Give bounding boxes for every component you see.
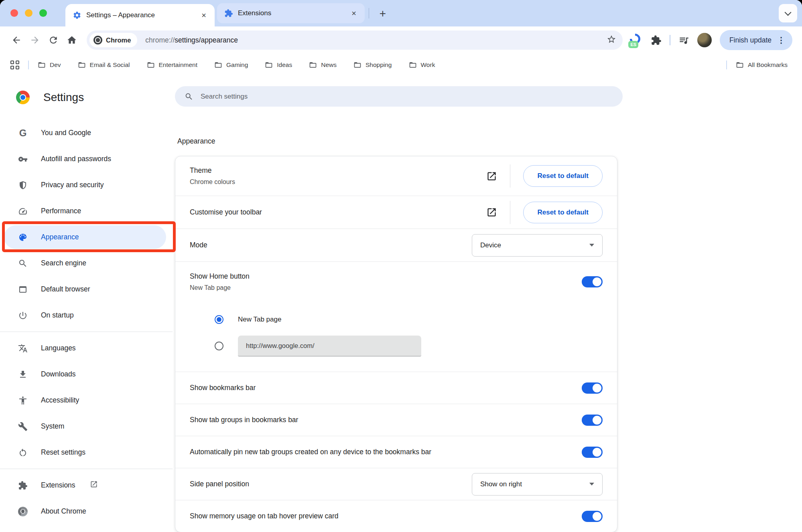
sidebar-item-label: Autofill and passwords <box>41 155 111 163</box>
side-panel-dropdown[interactable]: Show on right <box>472 473 603 496</box>
sidebar-item-appearance[interactable]: Appearance <box>0 224 173 250</box>
search-icon <box>18 259 28 268</box>
sidebar-item-performance[interactable]: Performance <box>0 198 173 224</box>
sidebar-item-search-engine[interactable]: Search engine <box>0 250 173 276</box>
extension-es-icon[interactable]: ES <box>628 33 643 47</box>
mode-value: Device <box>480 241 501 249</box>
google-g-icon: G <box>19 128 27 138</box>
side-panel-value: Show on right <box>480 480 522 488</box>
sidebar-divider <box>0 469 173 469</box>
tab-title: Settings – Appearance <box>86 11 194 19</box>
sidebar-item-languages[interactable]: Languages <box>0 335 173 361</box>
address-bar[interactable]: Chrome chrome://settings/appearance <box>87 30 623 50</box>
tab-settings-appearance[interactable]: Settings – Appearance × <box>65 4 215 26</box>
bookmark-folder-entertainment[interactable]: Entertainment <box>147 61 198 69</box>
bookmark-folder-news[interactable]: News <box>309 61 337 69</box>
close-tab-icon[interactable]: × <box>349 8 359 18</box>
sidebar-item-label: About Chrome <box>41 507 86 516</box>
mode-dropdown[interactable]: Device <box>472 234 603 257</box>
sidebar-item-label: Search engine <box>41 259 86 267</box>
sidebar-item-label: Performance <box>41 207 81 215</box>
sidebar-item-system[interactable]: System <box>0 413 173 439</box>
close-window-button[interactable] <box>10 9 18 17</box>
tab-extensions[interactable]: Extensions × <box>217 3 365 23</box>
reset-toolbar-button[interactable]: Reset to default <box>523 202 603 223</box>
bookmark-folder-dev[interactable]: Dev <box>38 61 61 69</box>
bookmark-star-icon[interactable] <box>607 34 616 46</box>
speedometer-icon <box>18 206 28 216</box>
sidebar-item-about-chrome[interactable]: About Chrome <box>0 498 173 524</box>
custom-url-radio[interactable] <box>215 342 223 350</box>
sidebar-item-label: Downloads <box>41 370 76 378</box>
sidebar-item-on-startup[interactable]: On startup <box>0 302 173 328</box>
all-bookmarks-button[interactable]: All Bookmarks <box>736 61 788 69</box>
search-settings-input[interactable] <box>200 92 613 101</box>
settings-sidebar: Settings GYou and Google Autofill and pa… <box>0 76 173 532</box>
zoom-window-button[interactable] <box>39 9 47 17</box>
theme-row[interactable]: Theme Chrome colours Reset to default <box>175 156 617 196</box>
settings-search[interactable] <box>175 86 623 107</box>
sidebar-item-extensions[interactable]: Extensions <box>0 472 173 498</box>
show-bookmarks-bar-row: Show bookmarks bar <box>175 372 617 404</box>
sidebar-item-you-and-google[interactable]: GYou and Google <box>0 120 173 146</box>
sidebar-item-downloads[interactable]: Downloads <box>0 361 173 387</box>
show-home-label: Show Home button <box>190 272 582 281</box>
homepage-url-input[interactable] <box>238 336 421 356</box>
profile-avatar[interactable] <box>697 33 712 47</box>
bookmark-folder-work[interactable]: Work <box>409 61 435 69</box>
chrome-site-chip[interactable]: Chrome <box>89 33 137 47</box>
show-home-button-section: Show Home button New Tab page New Tab pa… <box>175 261 617 372</box>
sidebar-item-label: System <box>41 422 64 431</box>
sidebar-item-accessibility[interactable]: Accessibility <box>0 387 173 413</box>
accessibility-icon <box>18 396 28 405</box>
customise-toolbar-label: Customise your toolbar <box>190 208 486 216</box>
settings-gear-favicon <box>73 11 81 20</box>
show-home-sublabel: New Tab page <box>190 284 582 291</box>
appearance-card: Theme Chrome colours Reset to default Cu… <box>175 156 617 532</box>
open-in-new-icon[interactable] <box>486 171 497 182</box>
customise-toolbar-row[interactable]: Customise your toolbar Reset to default <box>175 196 617 229</box>
bookmark-folder-email-social[interactable]: Email & Social <box>78 61 130 69</box>
auto-pin-toggle[interactable] <box>582 447 603 458</box>
tab-search-button[interactable] <box>779 4 797 22</box>
minimize-window-button[interactable] <box>25 9 32 17</box>
media-controls-icon[interactable] <box>678 35 689 46</box>
show-tab-groups-row: Show tab groups in bookmarks bar <box>175 404 617 436</box>
forward-button[interactable] <box>26 31 44 49</box>
row-divider <box>510 201 510 224</box>
new-tab-radio-row: New Tab page <box>215 309 603 330</box>
sidebar-item-label: Accessibility <box>41 396 79 405</box>
sidebar-item-privacy[interactable]: Privacy and security <box>0 172 173 198</box>
sidebar-item-reset-settings[interactable]: Reset settings <box>0 439 173 465</box>
sidebar-item-label: You and Google <box>41 129 91 137</box>
sidebar-item-default-browser[interactable]: Default browser <box>0 276 173 302</box>
chrome-logo-icon <box>16 91 30 104</box>
open-in-new-icon[interactable] <box>486 207 497 218</box>
apps-grid-icon[interactable] <box>10 61 19 69</box>
new-tab-button[interactable]: + <box>376 7 390 20</box>
back-button[interactable] <box>7 31 26 49</box>
chrome-mono-logo-icon <box>93 36 102 45</box>
bookmarks-separator <box>28 61 29 69</box>
finish-update-button[interactable]: Finish update ⋮ <box>720 30 792 50</box>
bookmark-label: Dev <box>50 61 61 69</box>
reload-button[interactable] <box>44 31 63 49</box>
extensions-puzzle-icon[interactable] <box>651 35 662 46</box>
bookmark-folder-shopping[interactable]: Shopping <box>353 61 392 69</box>
new-tab-radio[interactable] <box>215 315 223 324</box>
show-home-toggle[interactable] <box>582 276 603 287</box>
home-button[interactable] <box>63 31 81 49</box>
show-bookmarks-bar-toggle[interactable] <box>582 382 603 394</box>
close-tab-icon[interactable]: × <box>199 10 209 20</box>
bookmark-folder-ideas[interactable]: Ideas <box>265 61 292 69</box>
window-controls <box>10 9 47 17</box>
memory-usage-toggle[interactable] <box>582 511 603 522</box>
row-divider <box>510 164 510 188</box>
tab-title: Extensions <box>238 9 344 17</box>
sidebar-item-autofill[interactable]: Autofill and passwords <box>0 146 173 172</box>
bookmark-folder-gaming[interactable]: Gaming <box>214 61 248 69</box>
show-tab-groups-label: Show tab groups in bookmarks bar <box>190 416 582 424</box>
reset-theme-button[interactable]: Reset to default <box>523 165 603 187</box>
show-tab-groups-toggle[interactable] <box>582 415 603 426</box>
more-menu-icon[interactable]: ⋮ <box>777 35 785 45</box>
